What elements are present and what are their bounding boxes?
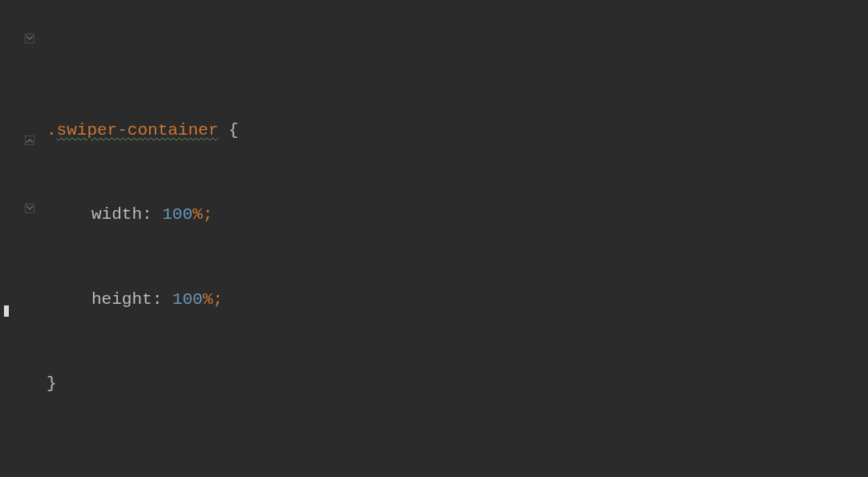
- css-number: 100: [162, 206, 193, 223]
- caret-row-marker: [4, 305, 9, 317]
- code-line: [47, 34, 435, 63]
- code-area[interactable]: .swiper-container { width: 100%; height:…: [39, 0, 435, 477]
- brace-close: }: [47, 375, 57, 392]
- code-line: height: 100%;: [47, 282, 435, 317]
- code-editor[interactable]: .swiper-container { width: 100%; height:…: [0, 0, 868, 477]
- css-property: height: [91, 291, 152, 308]
- blank-line: [47, 451, 435, 477]
- code-line: width: 100%;: [47, 198, 435, 232]
- css-property: width: [91, 206, 142, 223]
- fold-open-icon[interactable]: [24, 33, 35, 44]
- css-unit: %: [203, 291, 213, 308]
- fold-close-icon[interactable]: [24, 135, 35, 146]
- selector-name: swiper-container: [57, 122, 219, 139]
- code-line: .swiper-container {: [47, 113, 435, 148]
- css-number: 100: [172, 291, 203, 308]
- gutter: [0, 0, 39, 477]
- fold-open-icon[interactable]: [24, 203, 35, 214]
- selector-dot: .: [47, 122, 57, 139]
- code-line: }: [47, 367, 435, 402]
- brace-open: {: [218, 122, 238, 139]
- css-unit: %: [193, 206, 203, 223]
